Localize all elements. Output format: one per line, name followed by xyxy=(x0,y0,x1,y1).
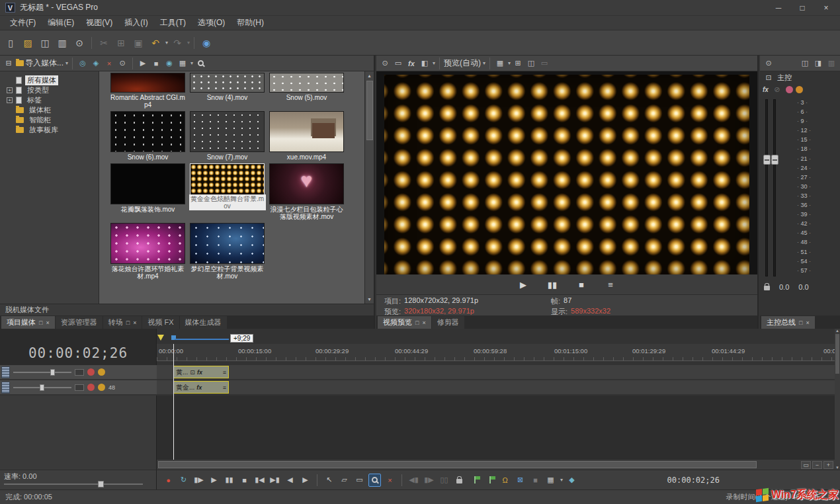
previous-frame-icon[interactable]: ◀ xyxy=(284,474,296,487)
track-header-1[interactable] xyxy=(0,365,157,380)
selection-tool-icon[interactable]: ▭ xyxy=(353,474,366,487)
split-screen-icon[interactable]: ◧ xyxy=(419,58,431,69)
save-snapshot-icon[interactable]: ◫ xyxy=(525,58,537,69)
play-icon[interactable]: ▶ xyxy=(208,474,220,487)
tab-media-generators[interactable]: 媒体生成器 xyxy=(180,316,227,329)
cut-icon[interactable]: ✂ xyxy=(96,35,112,51)
redo-icon[interactable]: ↷ xyxy=(169,35,185,51)
zoom-edit-icon[interactable]: ▭ xyxy=(801,461,811,469)
playhead-line[interactable] xyxy=(173,344,174,460)
play-from-start-icon[interactable]: ▮▶ xyxy=(192,474,205,487)
video-output-fx-icon[interactable]: fx xyxy=(405,58,417,69)
clip-fx-icon[interactable]: fx xyxy=(196,384,202,391)
menu-edit[interactable]: 编辑(E) xyxy=(42,16,80,30)
import-media-button[interactable]: 导入媒体... xyxy=(25,58,63,69)
zoom-tool-icon[interactable] xyxy=(368,474,381,487)
track-mute-icon[interactable] xyxy=(87,384,95,391)
tab-float-icon[interactable]: □ xyxy=(39,319,42,326)
auto-preview-icon[interactable]: ◉ xyxy=(163,58,175,69)
track-level-slider[interactable] xyxy=(13,372,71,373)
tab-explorer[interactable]: 资源管理器 xyxy=(56,316,103,329)
tab-close-icon[interactable]: × xyxy=(46,319,49,326)
fader-track-left[interactable] xyxy=(765,99,768,276)
menu-file[interactable]: 文件(F) xyxy=(4,16,42,30)
media-item-selected[interactable]: 黄金金色炫酷舞台背景.mov xyxy=(188,163,267,223)
capture-video-icon[interactable]: ◎ xyxy=(77,58,89,69)
project-properties-icon[interactable]: ⊙ xyxy=(71,35,87,51)
timeline-marker-icon[interactable] xyxy=(157,335,164,341)
render-as-icon[interactable]: ▥ xyxy=(54,35,70,51)
tab-close-icon[interactable]: × xyxy=(422,319,425,326)
external-monitor-icon[interactable]: ▭ xyxy=(392,58,404,69)
master-settings-icon[interactable]: ⊙ xyxy=(763,58,775,69)
menu-insert[interactable]: 插入(I) xyxy=(118,16,153,30)
copy-snapshot-icon[interactable]: ⊞ xyxy=(512,58,524,69)
timeline-time-display[interactable]: 00:00:02;26 xyxy=(0,329,157,365)
media-item[interactable]: 浪漫七夕栏目包装粒子心落版视频素材.mov xyxy=(267,163,346,223)
tree-expander-icon[interactable]: + xyxy=(7,97,13,103)
video-frame[interactable] xyxy=(384,75,749,274)
timeline-h-scrollbar[interactable]: ▭ − + xyxy=(157,460,835,470)
view-mode-icon[interactable]: ▦ xyxy=(177,58,189,69)
command-marker-icon[interactable]: Ω xyxy=(499,474,511,487)
copy-icon[interactable]: ⊞ xyxy=(113,35,129,51)
meter-options-icon[interactable]: ◫ xyxy=(799,58,811,69)
external-preview-icon[interactable]: ▭ xyxy=(538,58,550,69)
save-project-icon[interactable]: ◫ xyxy=(37,35,53,51)
preview-menu-icon[interactable]: ≡ xyxy=(603,276,618,292)
split-icon[interactable]: ▯▯ xyxy=(438,474,450,487)
media-item[interactable]: Snow (7).mov xyxy=(188,111,267,163)
media-item[interactable]: Snow (4).mov xyxy=(188,73,267,111)
preview-play-icon[interactable]: ▶ xyxy=(515,276,531,292)
redo-dropdown-icon[interactable]: ▾ xyxy=(187,40,190,46)
split-screen-dropdown-icon[interactable]: ▾ xyxy=(433,60,435,66)
tab-trimmer[interactable]: 修剪器 xyxy=(432,316,464,329)
preview-pause-icon[interactable]: ▮▮ xyxy=(544,276,560,292)
track-value-box[interactable] xyxy=(75,384,84,391)
timeline-ruler[interactable]: 00:00:00 00:00:15:00 00:00:29:29 00:00:4… xyxy=(157,344,835,361)
media-item[interactable]: Snow (6).mov xyxy=(108,111,187,163)
trim-start-icon[interactable]: ◀▮ xyxy=(407,474,420,487)
envelope-tool-icon[interactable]: ▱ xyxy=(338,474,351,487)
delete-icon[interactable]: × xyxy=(384,474,396,487)
scroll-up-icon[interactable]: ▲ xyxy=(835,329,839,333)
fader-layout-icon[interactable]: ▥ xyxy=(825,58,837,69)
solo-badge-icon[interactable] xyxy=(796,86,803,93)
media-item[interactable]: 花瓣飘落装饰.mov xyxy=(108,163,187,223)
mixer-list-icon[interactable]: ≡ xyxy=(529,474,542,487)
slider-handle[interactable] xyxy=(50,369,55,376)
preview-quality-dropdown[interactable]: 预览(自动) xyxy=(444,58,481,69)
cd-region-icon[interactable]: ⊠ xyxy=(514,474,526,487)
import-dropdown-icon[interactable]: ▾ xyxy=(65,60,68,66)
tab-video-preview[interactable]: 视频预览 □ × xyxy=(378,316,431,329)
lock-icon[interactable] xyxy=(453,474,466,487)
tree-item-by-type[interactable]: + 按类型 xyxy=(0,85,99,95)
scroll-down-icon[interactable]: ▼ xyxy=(367,295,372,304)
media-item[interactable]: 梦幻星空粒子背景视频素材.mov xyxy=(188,223,267,282)
master-fx-icon[interactable]: fx xyxy=(763,86,769,93)
track-header-2[interactable]: 48 xyxy=(0,380,157,395)
stop-icon[interactable]: ■ xyxy=(238,474,251,487)
preview-settings-icon[interactable]: ⊙ xyxy=(379,58,391,69)
track-grip-icon[interactable] xyxy=(1,366,10,378)
media-views-icon[interactable]: ⊟ xyxy=(3,58,15,69)
downmix-output-icon[interactable]: ◨ xyxy=(812,58,824,69)
tab-close-icon[interactable]: × xyxy=(133,319,136,326)
media-item[interactable]: 落花烛台许愿环节婚礼素材.mp4 xyxy=(108,223,187,282)
tab-video-fx[interactable]: 视频 FX xyxy=(142,316,179,329)
track-grip-icon[interactable] xyxy=(1,382,10,394)
record-icon[interactable]: ● xyxy=(162,474,175,487)
master-faders[interactable] xyxy=(765,98,790,282)
tab-float-icon[interactable]: □ xyxy=(415,319,419,326)
h-scrollbar-thumb[interactable] xyxy=(158,461,757,468)
open-project-icon[interactable]: ▨ xyxy=(20,35,36,51)
lock-faders-icon[interactable] xyxy=(764,286,770,290)
interactive-tutorials-icon[interactable]: ◉ xyxy=(198,35,214,51)
camera-view-icon[interactable]: ▦ xyxy=(544,474,557,487)
fader-handle-right[interactable] xyxy=(771,155,778,165)
paste-icon[interactable]: ▣ xyxy=(130,35,146,51)
menu-tools[interactable]: 工具(T) xyxy=(154,16,192,30)
timeline-clip-1[interactable]: 黄... ⊡ fx ≡ xyxy=(173,366,229,378)
tab-close-icon[interactable]: × xyxy=(806,319,809,326)
rate-slider-handle[interactable] xyxy=(98,481,104,487)
